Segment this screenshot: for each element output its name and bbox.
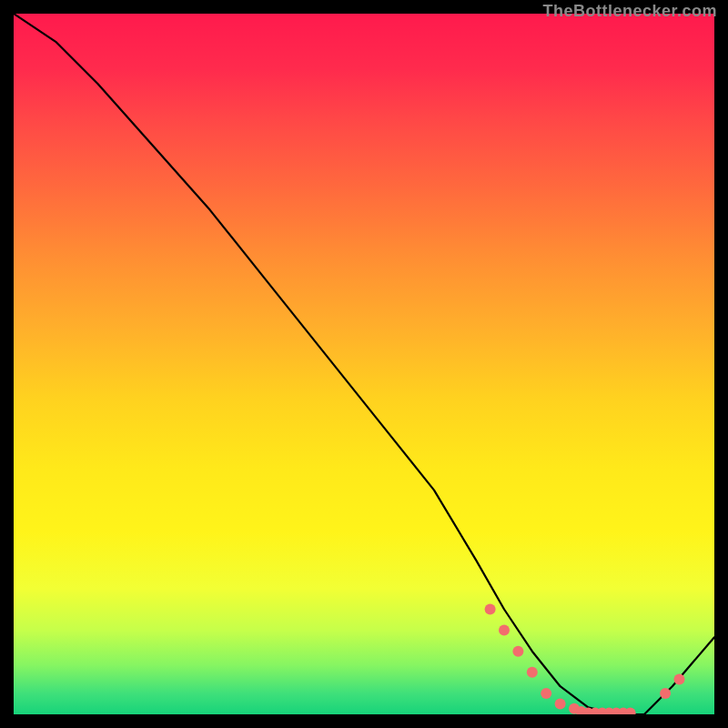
chart-gradient-background xyxy=(14,14,714,714)
attribution-label: TheBottlenecker.com xyxy=(542,2,717,21)
chart-stage: TheBottlenecker.com xyxy=(0,0,728,728)
